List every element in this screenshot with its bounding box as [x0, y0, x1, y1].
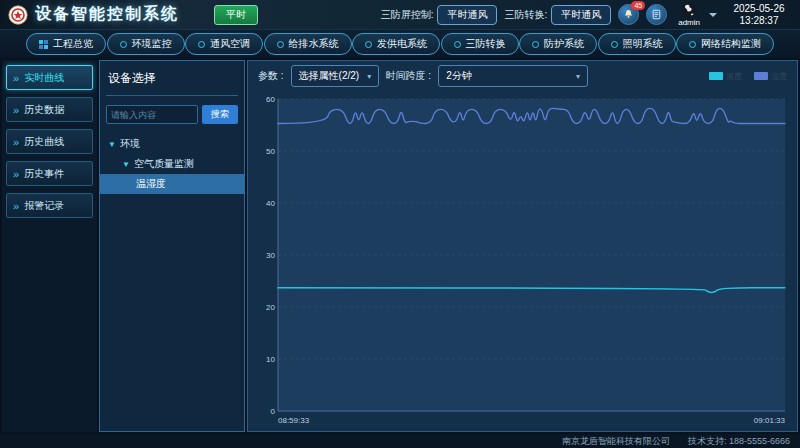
ring-icon	[454, 41, 461, 48]
footer-support: 技术支持: 188-5555-6666	[688, 435, 790, 448]
device-select-panel: 设备选择 搜索 ▼ 环境 ▼ 空气质量监测 温湿度	[99, 60, 245, 432]
sidebar-item-label: 历史事件	[24, 167, 64, 181]
mode-switch-group: 三防转换: 平时通风	[504, 5, 611, 25]
legend-swatch-temperature	[709, 72, 723, 80]
tree-item-label: 温湿度	[136, 177, 166, 191]
sidebar-item-label: 历史数据	[24, 103, 64, 117]
tree-item-temp-humidity[interactable]: 温湿度	[100, 174, 244, 194]
ring-icon	[277, 41, 284, 48]
sidebar-item-history-curve[interactable]: » 历史曲线	[6, 129, 93, 154]
ring-icon	[689, 41, 696, 48]
mode-status-badge: 平时	[214, 5, 258, 25]
app-title: 设备智能控制系统	[35, 4, 179, 25]
double-chevron-icon: »	[13, 105, 19, 115]
datetime: 2025-05-26 13:28:37	[726, 3, 792, 27]
sidebar-item-history-events[interactable]: » 历史事件	[6, 161, 93, 186]
logo-icon	[8, 5, 28, 25]
report-button[interactable]	[646, 4, 667, 25]
device-select-title: 设备选择	[106, 67, 238, 96]
caret-down-icon: ▼	[108, 140, 116, 149]
double-chevron-icon: »	[13, 73, 19, 83]
nav-item-protection-system[interactable]: 防护系统	[519, 33, 597, 55]
chart-panel: 参数 : 选择属性(2/2) ▾ 时间跨度 : 2分钟 ▾ 温度 湿度	[247, 60, 798, 432]
legend-label: 温度	[726, 71, 742, 82]
double-chevron-icon: »	[13, 169, 19, 179]
alarm-count-badge: 45	[631, 1, 645, 10]
nav-item-label: 发供电系统	[377, 37, 427, 51]
nav-item-water-system[interactable]: 给排水系统	[264, 33, 352, 55]
date-text: 2025-05-26	[726, 3, 792, 15]
tree-item-air-quality[interactable]: ▼ 空气质量监测	[106, 154, 238, 174]
timespan-select-value: 2分钟	[446, 69, 472, 83]
nav-item-network-monitor[interactable]: 网络结构监测	[676, 33, 774, 55]
y-tick-label: 40	[266, 199, 275, 208]
avatar-globe-icon	[681, 2, 697, 18]
footer-company: 南京龙盾智能科技有限公司	[562, 435, 670, 448]
username: admin	[678, 18, 700, 27]
tree-item-label: 环境	[120, 137, 140, 151]
nav-item-power-system[interactable]: 发供电系统	[352, 33, 440, 55]
param-select-value: 选择属性(2/2)	[299, 69, 360, 83]
nav-item-label: 照明系统	[623, 37, 663, 51]
chart-controls: 参数 : 选择属性(2/2) ▾ 时间跨度 : 2分钟 ▾ 温度 湿度	[248, 61, 797, 91]
tree-item-environment[interactable]: ▼ 环境	[106, 134, 238, 154]
legend-item-humidity[interactable]: 湿度	[754, 71, 787, 82]
mode-switch-label: 三防转换:	[504, 8, 547, 22]
mode-switch-button[interactable]: 平时通风	[551, 5, 611, 25]
nav-item-hvac[interactable]: 通风空调	[185, 33, 263, 55]
screen-control-button[interactable]: 平时通风	[437, 5, 497, 25]
timespan-label: 时间跨度 :	[386, 69, 432, 83]
screen-control-label: 三防屏控制:	[381, 8, 434, 22]
sidebar-item-history-data[interactable]: » 历史数据	[6, 97, 93, 122]
nav-item-lighting-system[interactable]: 照明系统	[598, 33, 676, 55]
search-button[interactable]: 搜索	[202, 105, 238, 124]
y-tick-label: 30	[266, 251, 275, 260]
nav-bar: 工程总览 环境监控 通风空调 给排水系统 发供电系统 三防转换 防护系统 照明系…	[0, 30, 800, 58]
legend-label: 湿度	[771, 71, 787, 82]
sidebar: » 实时曲线 » 历史数据 » 历史曲线 » 历史事件 » 报警记录	[2, 60, 97, 432]
plot-container: 010203040506008:59:3309:01:33	[254, 91, 791, 427]
chart-svg: 010203040506008:59:3309:01:33	[254, 91, 791, 427]
ring-icon	[198, 41, 205, 48]
nav-item-label: 给排水系统	[289, 37, 339, 51]
double-chevron-icon: »	[13, 201, 19, 211]
sidebar-item-label: 实时曲线	[24, 71, 64, 85]
tree-item-label: 空气质量监测	[134, 157, 194, 171]
param-label: 参数 :	[258, 69, 284, 83]
nav-item-overview[interactable]: 工程总览	[26, 33, 106, 55]
nav-item-label: 环境监控	[132, 37, 172, 51]
legend-item-temperature[interactable]: 温度	[709, 71, 742, 82]
chevron-down-icon	[709, 13, 717, 17]
double-chevron-icon: »	[13, 137, 19, 147]
param-select[interactable]: 选择属性(2/2) ▾	[291, 65, 379, 87]
footer: 南京龙盾智能科技有限公司 技术支持: 188-5555-6666	[0, 434, 800, 448]
time-text: 13:28:37	[726, 15, 792, 27]
alarm-button[interactable]: 45	[618, 4, 639, 25]
x-tick-end: 09:01:33	[754, 416, 786, 425]
nav-item-label: 防护系统	[544, 37, 584, 51]
sidebar-item-alarm-records[interactable]: » 报警记录	[6, 193, 93, 218]
header: 设备智能控制系统 平时 三防屏控制: 平时通风 三防转换: 平时通风 45	[0, 0, 800, 30]
ring-icon	[532, 41, 539, 48]
ring-icon	[120, 41, 127, 48]
nav-item-label: 三防转换	[466, 37, 506, 51]
y-tick-label: 50	[266, 147, 275, 156]
x-tick-start: 08:59:33	[278, 416, 310, 425]
search-input[interactable]	[106, 105, 198, 124]
grid-icon	[39, 40, 48, 49]
chevron-down-icon: ▾	[576, 72, 580, 81]
caret-down-icon: ▼	[122, 160, 130, 169]
report-icon	[651, 9, 662, 20]
user-menu[interactable]: admin	[678, 2, 700, 27]
ring-icon	[611, 41, 618, 48]
y-tick-label: 20	[266, 303, 275, 312]
y-tick-label: 10	[266, 355, 275, 364]
chevron-down-icon: ▾	[367, 72, 371, 81]
alarm-bell-icon	[623, 9, 634, 20]
nav-item-sanfang-switch[interactable]: 三防转换	[441, 33, 519, 55]
device-search-bar: 搜索	[106, 105, 238, 124]
timespan-select[interactable]: 2分钟 ▾	[438, 65, 588, 87]
sidebar-item-label: 历史曲线	[24, 135, 64, 149]
sidebar-item-realtime-curve[interactable]: » 实时曲线	[6, 65, 93, 90]
nav-item-env-monitor[interactable]: 环境监控	[107, 33, 185, 55]
